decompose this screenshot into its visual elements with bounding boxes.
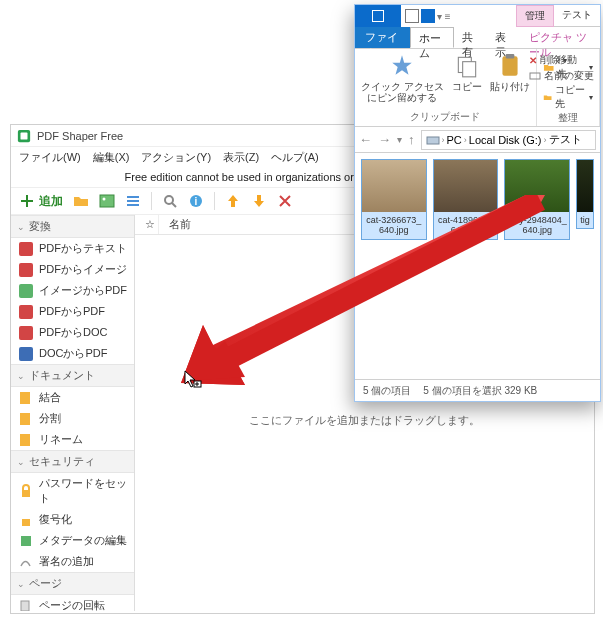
pin-quick-access-button[interactable]: クイック アクセス にピン留めする [361, 53, 444, 103]
explorer-tabs: ファイル ホーム 共有 表示 ピクチャ ツール [355, 27, 600, 49]
svg-rect-25 [462, 62, 475, 77]
sidebar-item-label: ページの回転 [39, 598, 105, 611]
sidebar-item-label: PDFからPDF [39, 304, 105, 319]
tab-view[interactable]: 表示 [487, 27, 520, 48]
rib-label: 貼り付け [490, 81, 530, 92]
svg-rect-28 [530, 73, 540, 79]
file-name: tig [577, 212, 593, 228]
sidebar-item-pdf-to-text[interactable]: PDFからテキスト [11, 238, 134, 259]
arrow-up-icon[interactable] [225, 193, 241, 209]
svg-rect-12 [19, 284, 33, 298]
menu-file[interactable]: ファイル(W) [19, 150, 81, 165]
svg-rect-15 [19, 347, 33, 361]
image-icon[interactable] [99, 193, 115, 209]
sidebar-item-pdf-to-pdf[interactable]: PDFからPDF [11, 301, 134, 322]
breadcrumb-item[interactable]: Local Disk (G:) [469, 134, 542, 146]
qat-overflow-icon[interactable]: ▾ ≡ [437, 11, 451, 22]
arrow-down-icon[interactable] [251, 193, 267, 209]
menu-view[interactable]: 表示(Z) [223, 150, 259, 165]
status-selected: 5 個の項目を選択 329 KB [423, 384, 537, 398]
sidebar-item-label: PDFからイメージ [39, 262, 127, 277]
info-icon[interactable]: i [188, 193, 204, 209]
sidebar-section-convert[interactable]: ⌄変換 [11, 215, 134, 238]
status-item-count: 5 個の項目 [363, 384, 411, 398]
sidebar-item-add-signature[interactable]: 署名の追加 [11, 551, 134, 572]
qat-icon[interactable] [421, 9, 435, 23]
svg-point-3 [103, 198, 106, 201]
paste-icon [497, 53, 523, 79]
nav-forward-button[interactable]: → [378, 132, 391, 147]
nav-history-button[interactable]: ▾ [397, 134, 402, 145]
chevron-down-icon: ⌄ [17, 579, 25, 589]
thumbnail-image [434, 160, 498, 212]
menu-action[interactable]: アクション(Y) [141, 150, 211, 165]
add-button-label: 追加 [39, 193, 63, 210]
pdf-shaper-logo-icon [17, 129, 31, 143]
svg-rect-18 [20, 434, 30, 446]
file-thumb[interactable]: cat-4189697_640.jpg [433, 159, 499, 240]
search-icon[interactable] [162, 193, 178, 209]
sidebar-item-label: PDFからテキスト [39, 241, 127, 256]
delete-button[interactable]: ✕削除▾ [529, 53, 594, 67]
nav-back-button[interactable]: ← [359, 132, 372, 147]
sidebar-item-decrypt[interactable]: 復号化 [11, 509, 134, 530]
pdf-sidebar: ⌄変換 PDFからテキスト PDFからイメージ イメージからPDF PDFからP… [11, 215, 135, 611]
sidebar-item-edit-metadata[interactable]: メタデータの編集 [11, 530, 134, 551]
sidebar-item-label: 結合 [39, 390, 61, 405]
add-button[interactable]: 追加 [19, 193, 63, 210]
rename-button[interactable]: 名前の変更 [529, 69, 594, 83]
tab-picture-tools[interactable]: ピクチャ ツール [521, 27, 600, 48]
tab-home[interactable]: ホーム [410, 27, 454, 48]
contextual-tab-manage[interactable]: 管理 [516, 5, 554, 27]
svg-rect-4 [127, 196, 139, 198]
sidebar-item-set-password[interactable]: パスワードをセット [11, 473, 134, 509]
svg-rect-11 [19, 263, 33, 277]
menu-edit[interactable]: 編集(X) [93, 150, 130, 165]
column-star[interactable]: ☆ [135, 215, 159, 234]
copy-to-button[interactable]: コピー先▾ [543, 83, 593, 111]
qat-icon[interactable] [405, 9, 419, 23]
close-icon[interactable] [277, 193, 293, 209]
sidebar-item-image-to-pdf[interactable]: イメージからPDF [11, 280, 134, 301]
breadcrumb-sep-icon: › [464, 135, 467, 145]
svg-text:i: i [195, 196, 198, 207]
svg-rect-1 [21, 132, 28, 139]
paste-button[interactable]: 貼り付け [490, 53, 530, 92]
sidebar-item-pdf-to-image[interactable]: PDFからイメージ [11, 259, 134, 280]
sidebar-section-page[interactable]: ⌄ページ [11, 572, 134, 595]
tab-file[interactable]: ファイル [355, 27, 410, 48]
tab-share[interactable]: 共有 [454, 27, 487, 48]
sidebar-item-merge[interactable]: 結合 [11, 387, 134, 408]
file-thumb[interactable]: tig [576, 159, 594, 229]
sidebar-item-rotate-page[interactable]: ページの回転 [11, 595, 134, 611]
toolbar-divider [214, 192, 215, 210]
breadcrumb-item[interactable]: PC [447, 134, 462, 146]
address-bar[interactable]: › PC › Local Disk (G:) › テスト [421, 130, 597, 150]
list-icon[interactable] [125, 193, 141, 209]
ribbon-group-label: クリップボード [410, 110, 480, 124]
nav-up-button[interactable]: ↑ [408, 132, 415, 147]
copy-button[interactable]: コピー [452, 53, 482, 92]
explorer-content[interactable]: cat-3266673_640.jpg cat-4189697_640.jpg … [355, 153, 600, 379]
sidebar-item-pdf-to-doc[interactable]: PDFからDOC [11, 322, 134, 343]
breadcrumb-item[interactable]: テスト [549, 132, 582, 147]
sidebar-item-split[interactable]: 分割 [11, 408, 134, 429]
sidebar-item-doc-to-pdf[interactable]: DOCからPDF [11, 343, 134, 364]
svg-rect-20 [22, 519, 30, 526]
file-thumb[interactable]: cat-3266673_640.jpg [361, 159, 427, 240]
sidebar-item-rename[interactable]: リネーム [11, 429, 134, 450]
pdf-title-text: PDF Shaper Free [37, 130, 123, 142]
rename-icon [529, 70, 541, 82]
copy-to-icon [543, 91, 552, 103]
explorer-nav: ← → ▾ ↑ › PC › Local Disk (G:) › テスト [355, 127, 600, 153]
rib-text: 削除 [540, 53, 560, 67]
folder-icon[interactable] [73, 193, 89, 209]
explorer-window: ▾ ≡ 管理 テスト ファイル ホーム 共有 表示 ピクチャ ツール クイック … [354, 4, 601, 402]
svg-rect-19 [22, 490, 30, 497]
sidebar-section-security[interactable]: ⌄セキュリティ [11, 450, 134, 473]
folder-glyph-icon [372, 10, 384, 22]
menu-help[interactable]: ヘルプ(A) [271, 150, 319, 165]
copy-icon [454, 53, 480, 79]
sidebar-section-document[interactable]: ⌄ドキュメント [11, 364, 134, 387]
file-thumb[interactable]: kitty-2948404_640.jpg [504, 159, 570, 240]
